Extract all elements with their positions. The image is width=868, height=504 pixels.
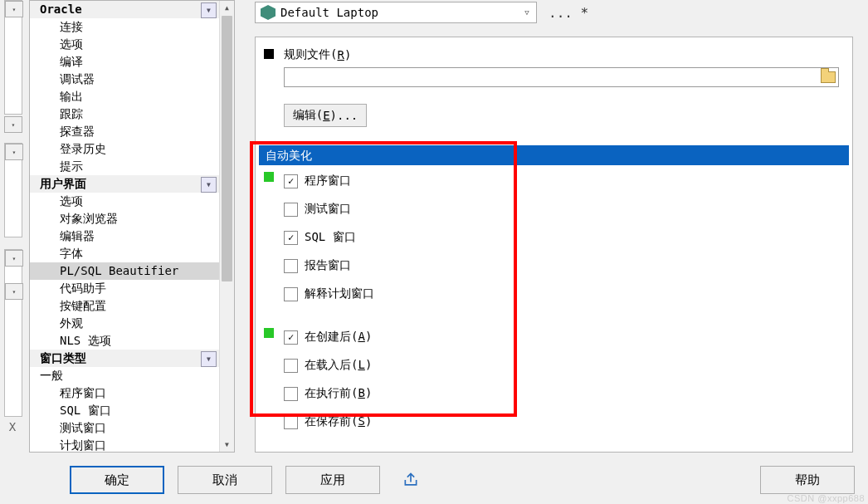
tree-item[interactable]: 测试窗口 [30, 419, 220, 437]
tree-group-window-types[interactable]: 窗口类型 ▼ [30, 350, 220, 367]
checkbox-icon [284, 287, 298, 301]
checkbox-label: 在保存前(S) [305, 414, 372, 429]
scroll-thumb[interactable] [222, 16, 232, 281]
tree-group-label: 窗口类型 [40, 351, 86, 365]
rail-slot-3-btn-a[interactable]: ▾ [5, 250, 23, 267]
tree-item[interactable]: SQL 窗口 [30, 402, 220, 419]
collapse-icon[interactable]: ▼ [201, 2, 217, 18]
checkbox-label: 测试窗口 [305, 202, 351, 217]
section-header-auto-beautify: 自动美化 [259, 145, 849, 165]
rule-file-label: 规则文件(R) [284, 47, 351, 62]
tree-item[interactable]: 提示 [30, 158, 220, 175]
group-marker-group1 [264, 172, 274, 182]
collapse-icon[interactable]: ▼ [201, 177, 217, 193]
checkbox-explain-plan-window[interactable]: 解释计划窗口 [284, 285, 374, 303]
tree-item[interactable]: 编译 [30, 53, 220, 71]
folder-icon [821, 71, 836, 83]
edit-button[interactable]: 编辑(E)... [284, 104, 367, 127]
ok-button[interactable]: 确定 [70, 466, 164, 494]
rail-slot-1: ▾ [4, 0, 22, 115]
rail-slot-3-btn-b[interactable]: ▾ [5, 283, 23, 300]
checkbox-icon [284, 231, 298, 245]
checkbox-label: 在载入后(L) [305, 358, 372, 373]
tree-item[interactable]: 外观 [30, 315, 220, 332]
tree-item[interactable]: 一般 [30, 367, 220, 384]
checkbox-icon [284, 359, 298, 373]
checkbox-before-execute[interactable]: 在执行前(B) [284, 384, 372, 403]
tree-group-label: 用户界面 [40, 177, 86, 190]
tree-item[interactable]: 代码助手 [30, 280, 220, 297]
options-tree[interactable]: Oracle ▼ 连接 选项 编译 调试器 输出 跟踪 探查器 登录历史 提示 … [30, 1, 220, 452]
tree-item-plsql-beautifier[interactable]: PL/SQL Beautifier [30, 262, 220, 280]
rail-slot-3: ▾ ▾ [4, 249, 22, 417]
checkbox-label: SQL 窗口 [305, 230, 356, 245]
checkbox-icon [284, 415, 298, 429]
tree-item[interactable]: 登录历史 [30, 140, 220, 158]
cancel-button[interactable]: 取消 [178, 466, 272, 494]
checkbox-report-window[interactable]: 报告窗口 [284, 257, 351, 275]
checkbox-test-window[interactable]: 测试窗口 [284, 200, 351, 218]
device-extra-text: ... * [549, 5, 588, 22]
share-icon [402, 472, 419, 488]
checkbox-sql-window[interactable]: SQL 窗口 [284, 228, 356, 247]
checkbox-before-save[interactable]: 在保存前(S) [284, 413, 372, 431]
collapse-icon[interactable]: ▼ [201, 351, 217, 367]
tree-item[interactable]: 输出 [30, 88, 220, 105]
group-marker-group2 [264, 328, 274, 338]
device-combo-label: Default Laptop [280, 6, 518, 19]
rail-slot-2-btn-a[interactable]: ▾ [5, 144, 23, 160]
scroll-down-icon[interactable]: ▼ [220, 438, 234, 452]
tree-item[interactable]: 探查器 [30, 123, 220, 140]
tree-scrollbar[interactable]: ▲ ▼ [219, 1, 234, 452]
rail-slot-2: ▾ [4, 143, 22, 237]
tree-item[interactable]: 调试器 [30, 71, 220, 88]
checkbox-program-window[interactable]: 程序窗口 [284, 172, 351, 190]
settings-main-panel: 规则文件(R) 编辑(E)... 自动美化 程序窗口 测试窗口 [255, 37, 853, 453]
tree-item[interactable]: 选项 [30, 193, 220, 210]
checkbox-icon [284, 203, 298, 217]
rail-slot-1-btn-a[interactable]: ▾ [5, 1, 23, 17]
tree-item[interactable]: NLS 选项 [30, 332, 220, 350]
tree-item[interactable]: 对象浏览器 [30, 210, 220, 228]
checkbox-label: 在执行前(B) [305, 386, 372, 401]
checkbox-after-load[interactable]: 在载入后(L) [284, 356, 372, 374]
checkbox-after-create[interactable]: 在创建后(A) [284, 328, 372, 346]
chevron-down-icon: ▽ [518, 8, 536, 17]
group-marker-rulefile [264, 49, 274, 59]
share-button[interactable] [398, 467, 423, 492]
rail-combo-1[interactable]: ▾ [4, 116, 22, 133]
package-icon [261, 5, 276, 20]
tree-item[interactable]: 选项 [30, 36, 220, 53]
tree-item[interactable]: 按键配置 [30, 297, 220, 315]
tree-group-oracle[interactable]: Oracle ▼ [30, 1, 220, 18]
settings-right-area: Default Laptop ▽ ... * 规则文件(R) 编辑(E)... … [246, 0, 861, 453]
tree-item[interactable]: 编辑器 [30, 228, 220, 245]
device-combo[interactable]: Default Laptop ▽ [255, 2, 537, 23]
tree-item[interactable]: 计划窗口 [30, 437, 220, 452]
left-rail: ▾ ▾ ▾ ▾ ▾ X [0, 0, 27, 453]
options-tree-panel: Oracle ▼ 连接 选项 编译 调试器 输出 跟踪 探查器 登录历史 提示 … [29, 0, 235, 453]
checkbox-icon [284, 259, 298, 273]
tree-item[interactable]: 连接 [30, 18, 220, 36]
rule-file-input[interactable] [284, 67, 839, 87]
checkbox-label: 解释计划窗口 [305, 286, 374, 301]
tree-item[interactable]: 程序窗口 [30, 384, 220, 402]
browse-folder-button[interactable] [819, 68, 837, 86]
dialog-button-bar: 确定 取消 应用 帮助 [50, 461, 861, 499]
scroll-up-icon[interactable]: ▲ [220, 1, 234, 15]
tree-item[interactable]: 跟踪 [30, 105, 220, 123]
device-row: Default Laptop ▽ ... * [255, 0, 853, 28]
apply-button[interactable]: 应用 [285, 466, 380, 494]
checkbox-icon [284, 330, 298, 345]
tree-group-label: Oracle [40, 2, 82, 16]
help-button[interactable]: 帮助 [760, 466, 855, 494]
checkbox-label: 在创建后(A) [305, 330, 372, 345]
checkbox-label: 程序窗口 [305, 174, 351, 188]
checkbox-icon [284, 387, 298, 401]
tree-item[interactable]: 字体 [30, 245, 220, 262]
tree-group-ui[interactable]: 用户界面 ▼ [30, 175, 220, 193]
checkbox-label: 报告窗口 [305, 258, 351, 273]
rail-close-x[interactable]: X [5, 420, 20, 433]
checkbox-icon [284, 174, 298, 188]
